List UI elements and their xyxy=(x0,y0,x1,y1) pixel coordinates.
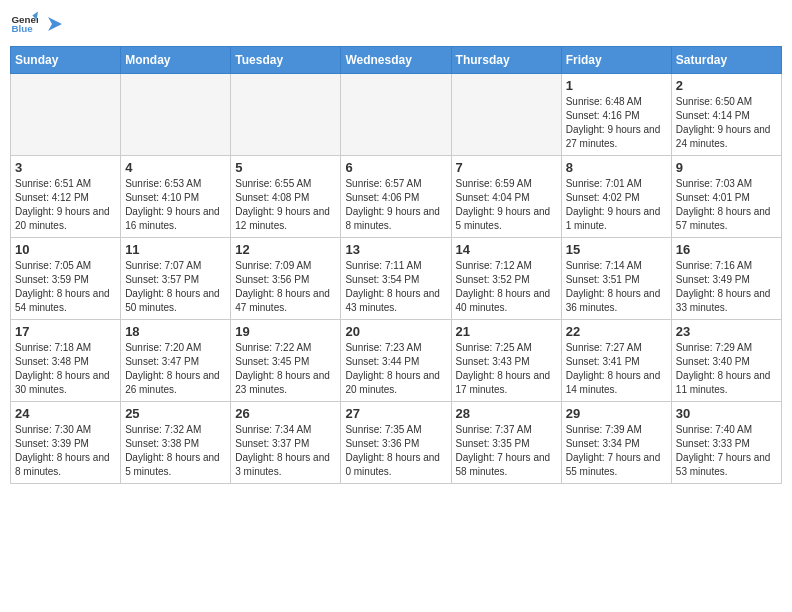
day-info: Sunrise: 7:40 AM Sunset: 3:33 PM Dayligh… xyxy=(676,423,777,479)
day-number: 26 xyxy=(235,406,336,421)
day-info: Sunrise: 7:11 AM Sunset: 3:54 PM Dayligh… xyxy=(345,259,446,315)
calendar-cell xyxy=(11,74,121,156)
day-number: 9 xyxy=(676,160,777,175)
day-number: 4 xyxy=(125,160,226,175)
day-number: 6 xyxy=(345,160,446,175)
calendar-cell: 10Sunrise: 7:05 AM Sunset: 3:59 PM Dayli… xyxy=(11,238,121,320)
weekday-header-wednesday: Wednesday xyxy=(341,47,451,74)
calendar-cell: 15Sunrise: 7:14 AM Sunset: 3:51 PM Dayli… xyxy=(561,238,671,320)
calendar: SundayMondayTuesdayWednesdayThursdayFrid… xyxy=(10,46,782,484)
day-number: 5 xyxy=(235,160,336,175)
day-info: Sunrise: 6:55 AM Sunset: 4:08 PM Dayligh… xyxy=(235,177,336,233)
day-info: Sunrise: 7:27 AM Sunset: 3:41 PM Dayligh… xyxy=(566,341,667,397)
calendar-cell: 9Sunrise: 7:03 AM Sunset: 4:01 PM Daylig… xyxy=(671,156,781,238)
calendar-cell: 5Sunrise: 6:55 AM Sunset: 4:08 PM Daylig… xyxy=(231,156,341,238)
calendar-cell: 30Sunrise: 7:40 AM Sunset: 3:33 PM Dayli… xyxy=(671,402,781,484)
day-number: 19 xyxy=(235,324,336,339)
logo-icon: General Blue xyxy=(10,10,38,38)
day-info: Sunrise: 6:48 AM Sunset: 4:16 PM Dayligh… xyxy=(566,95,667,151)
day-info: Sunrise: 6:57 AM Sunset: 4:06 PM Dayligh… xyxy=(345,177,446,233)
week-row-1: 1Sunrise: 6:48 AM Sunset: 4:16 PM Daylig… xyxy=(11,74,782,156)
day-number: 28 xyxy=(456,406,557,421)
calendar-cell: 17Sunrise: 7:18 AM Sunset: 3:48 PM Dayli… xyxy=(11,320,121,402)
day-number: 1 xyxy=(566,78,667,93)
day-number: 13 xyxy=(345,242,446,257)
calendar-cell: 20Sunrise: 7:23 AM Sunset: 3:44 PM Dayli… xyxy=(341,320,451,402)
day-number: 24 xyxy=(15,406,116,421)
calendar-cell: 29Sunrise: 7:39 AM Sunset: 3:34 PM Dayli… xyxy=(561,402,671,484)
day-info: Sunrise: 6:51 AM Sunset: 4:12 PM Dayligh… xyxy=(15,177,116,233)
calendar-cell: 26Sunrise: 7:34 AM Sunset: 3:37 PM Dayli… xyxy=(231,402,341,484)
day-number: 23 xyxy=(676,324,777,339)
day-number: 27 xyxy=(345,406,446,421)
day-info: Sunrise: 7:34 AM Sunset: 3:37 PM Dayligh… xyxy=(235,423,336,479)
day-number: 11 xyxy=(125,242,226,257)
calendar-cell: 16Sunrise: 7:16 AM Sunset: 3:49 PM Dayli… xyxy=(671,238,781,320)
calendar-cell: 19Sunrise: 7:22 AM Sunset: 3:45 PM Dayli… xyxy=(231,320,341,402)
day-number: 3 xyxy=(15,160,116,175)
weekday-header-sunday: Sunday xyxy=(11,47,121,74)
day-number: 15 xyxy=(566,242,667,257)
day-number: 20 xyxy=(345,324,446,339)
svg-text:Blue: Blue xyxy=(11,23,33,34)
day-info: Sunrise: 7:29 AM Sunset: 3:40 PM Dayligh… xyxy=(676,341,777,397)
calendar-cell xyxy=(121,74,231,156)
day-number: 8 xyxy=(566,160,667,175)
day-info: Sunrise: 7:16 AM Sunset: 3:49 PM Dayligh… xyxy=(676,259,777,315)
calendar-cell: 7Sunrise: 6:59 AM Sunset: 4:04 PM Daylig… xyxy=(451,156,561,238)
day-info: Sunrise: 7:07 AM Sunset: 3:57 PM Dayligh… xyxy=(125,259,226,315)
day-info: Sunrise: 7:12 AM Sunset: 3:52 PM Dayligh… xyxy=(456,259,557,315)
day-number: 14 xyxy=(456,242,557,257)
day-number: 30 xyxy=(676,406,777,421)
day-info: Sunrise: 7:35 AM Sunset: 3:36 PM Dayligh… xyxy=(345,423,446,479)
day-number: 18 xyxy=(125,324,226,339)
logo: General Blue xyxy=(10,10,62,38)
calendar-cell: 18Sunrise: 7:20 AM Sunset: 3:47 PM Dayli… xyxy=(121,320,231,402)
day-info: Sunrise: 7:18 AM Sunset: 3:48 PM Dayligh… xyxy=(15,341,116,397)
calendar-cell xyxy=(451,74,561,156)
weekday-header-thursday: Thursday xyxy=(451,47,561,74)
day-info: Sunrise: 7:09 AM Sunset: 3:56 PM Dayligh… xyxy=(235,259,336,315)
calendar-cell: 23Sunrise: 7:29 AM Sunset: 3:40 PM Dayli… xyxy=(671,320,781,402)
logo-arrow-icon xyxy=(44,15,62,33)
day-number: 25 xyxy=(125,406,226,421)
calendar-cell: 25Sunrise: 7:32 AM Sunset: 3:38 PM Dayli… xyxy=(121,402,231,484)
day-info: Sunrise: 7:05 AM Sunset: 3:59 PM Dayligh… xyxy=(15,259,116,315)
day-info: Sunrise: 7:20 AM Sunset: 3:47 PM Dayligh… xyxy=(125,341,226,397)
calendar-cell: 24Sunrise: 7:30 AM Sunset: 3:39 PM Dayli… xyxy=(11,402,121,484)
day-info: Sunrise: 7:14 AM Sunset: 3:51 PM Dayligh… xyxy=(566,259,667,315)
day-number: 10 xyxy=(15,242,116,257)
calendar-cell: 3Sunrise: 6:51 AM Sunset: 4:12 PM Daylig… xyxy=(11,156,121,238)
svg-marker-3 xyxy=(48,17,62,31)
day-info: Sunrise: 7:22 AM Sunset: 3:45 PM Dayligh… xyxy=(235,341,336,397)
calendar-cell: 8Sunrise: 7:01 AM Sunset: 4:02 PM Daylig… xyxy=(561,156,671,238)
calendar-cell: 22Sunrise: 7:27 AM Sunset: 3:41 PM Dayli… xyxy=(561,320,671,402)
day-info: Sunrise: 6:53 AM Sunset: 4:10 PM Dayligh… xyxy=(125,177,226,233)
header: General Blue xyxy=(10,10,782,38)
week-row-4: 17Sunrise: 7:18 AM Sunset: 3:48 PM Dayli… xyxy=(11,320,782,402)
day-info: Sunrise: 7:03 AM Sunset: 4:01 PM Dayligh… xyxy=(676,177,777,233)
calendar-cell: 1Sunrise: 6:48 AM Sunset: 4:16 PM Daylig… xyxy=(561,74,671,156)
day-number: 22 xyxy=(566,324,667,339)
day-info: Sunrise: 7:37 AM Sunset: 3:35 PM Dayligh… xyxy=(456,423,557,479)
day-info: Sunrise: 7:25 AM Sunset: 3:43 PM Dayligh… xyxy=(456,341,557,397)
week-row-3: 10Sunrise: 7:05 AM Sunset: 3:59 PM Dayli… xyxy=(11,238,782,320)
weekday-header-saturday: Saturday xyxy=(671,47,781,74)
calendar-cell: 11Sunrise: 7:07 AM Sunset: 3:57 PM Dayli… xyxy=(121,238,231,320)
weekday-header-monday: Monday xyxy=(121,47,231,74)
day-number: 2 xyxy=(676,78,777,93)
calendar-cell xyxy=(231,74,341,156)
day-info: Sunrise: 6:50 AM Sunset: 4:14 PM Dayligh… xyxy=(676,95,777,151)
day-info: Sunrise: 6:59 AM Sunset: 4:04 PM Dayligh… xyxy=(456,177,557,233)
weekday-header-tuesday: Tuesday xyxy=(231,47,341,74)
calendar-cell: 12Sunrise: 7:09 AM Sunset: 3:56 PM Dayli… xyxy=(231,238,341,320)
week-row-5: 24Sunrise: 7:30 AM Sunset: 3:39 PM Dayli… xyxy=(11,402,782,484)
calendar-cell: 28Sunrise: 7:37 AM Sunset: 3:35 PM Dayli… xyxy=(451,402,561,484)
day-number: 7 xyxy=(456,160,557,175)
weekday-header-friday: Friday xyxy=(561,47,671,74)
week-row-2: 3Sunrise: 6:51 AM Sunset: 4:12 PM Daylig… xyxy=(11,156,782,238)
day-number: 12 xyxy=(235,242,336,257)
calendar-cell: 27Sunrise: 7:35 AM Sunset: 3:36 PM Dayli… xyxy=(341,402,451,484)
day-info: Sunrise: 7:23 AM Sunset: 3:44 PM Dayligh… xyxy=(345,341,446,397)
calendar-cell: 13Sunrise: 7:11 AM Sunset: 3:54 PM Dayli… xyxy=(341,238,451,320)
